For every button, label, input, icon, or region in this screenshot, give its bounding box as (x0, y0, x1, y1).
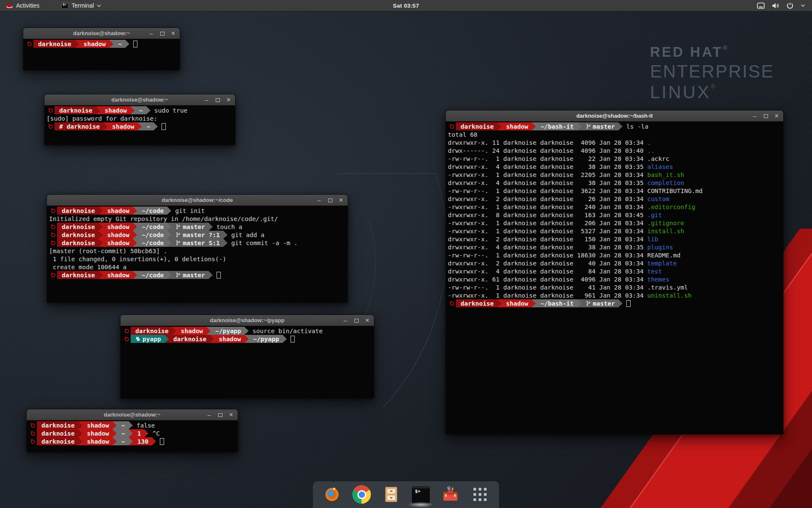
minimize-button[interactable] (343, 318, 348, 323)
terminal-content[interactable]: darknoiseshadow~falsedarknoiseshadow~1^C… (27, 420, 238, 452)
prompt-segment-host: shadow (107, 122, 137, 130)
terminal-line: darknoiseshadow~/codemastertouch a (49, 223, 348, 231)
minimize-button[interactable] (316, 197, 322, 203)
segment-separator (109, 40, 113, 48)
prompt-icon (49, 271, 57, 279)
window-titlebar[interactable]: darknoise@shadow:~/code (47, 195, 348, 206)
minimize-button[interactable] (204, 97, 209, 103)
power-icon[interactable] (787, 2, 793, 9)
segment-separator (99, 207, 103, 215)
redhat-branding: RED HAT® ENTERPRISE LINUX® (650, 45, 774, 101)
terminal-app-icon (61, 3, 69, 9)
terminal-cursor (291, 336, 295, 342)
window-title: darknoise@shadow:~ (73, 30, 130, 36)
terminal-content[interactable]: darknoiseshadow~/codegit initInitialized… (47, 206, 348, 303)
segment-label: darknoise (41, 430, 75, 437)
maximize-button[interactable] (763, 113, 768, 119)
terminal-content[interactable]: darknoiseshadow~sudo true[sudo] password… (44, 105, 235, 145)
close-button[interactable] (774, 113, 779, 119)
prompt-icon (49, 207, 57, 215)
prompt-segment-path: ~ (134, 106, 146, 114)
segment-separator (167, 239, 171, 247)
terminal-content[interactable]: darknoiseshadow~/bash-itmasterls -latota… (446, 121, 783, 434)
close-button[interactable] (365, 317, 370, 324)
terminal-cursor (217, 272, 221, 279)
prompt-segment-host: shadow (79, 40, 109, 48)
close-button[interactable] (170, 30, 176, 37)
maximize-button[interactable] (159, 30, 165, 36)
maximize-button[interactable] (354, 318, 359, 323)
prompt-segment-branch: master (171, 223, 208, 231)
branch-icon (586, 124, 590, 129)
close-button[interactable] (338, 197, 344, 204)
terminal-content[interactable]: darknoiseshadow~/pyappsource bin/activat… (121, 326, 374, 398)
window-title: darknoise@shadow:~/code (162, 197, 233, 203)
segment-separator (112, 421, 117, 429)
segment-label: ~/code (142, 224, 164, 230)
segment-separator (78, 421, 82, 429)
files-icon[interactable] (381, 485, 401, 504)
close-button[interactable] (226, 97, 231, 103)
firefox-icon[interactable] (322, 485, 342, 504)
maximize-button[interactable] (327, 197, 333, 203)
prompt-segment-user: darknoise (57, 223, 99, 231)
segment-separator (96, 106, 100, 114)
output-text: total 68 (448, 131, 477, 138)
window-titlebar[interactable]: darknoise@shadow:~ (44, 94, 235, 105)
segment-separator (154, 122, 158, 130)
minimize-button[interactable] (206, 412, 212, 418)
segment-separator (208, 223, 213, 231)
segment-label: shadow (87, 438, 109, 445)
segment-label: ~/code (142, 240, 164, 246)
terminal-line: darknoiseshadow~/bash-itmaster (448, 299, 783, 307)
screen-icon[interactable] (757, 3, 765, 9)
segment-label: ~ (118, 41, 122, 47)
prompt-segment-path: ~ (117, 437, 129, 445)
clock[interactable]: Sat 03:57 (393, 3, 419, 9)
prompt-segment-user: darknoise (37, 429, 78, 437)
terminal-line: darknoiseshadow~/pyappsource bin/activat… (123, 327, 374, 335)
terminal-icon[interactable] (411, 485, 431, 504)
segment-separator (146, 106, 151, 114)
prompt-icon (29, 421, 37, 429)
toolbox-icon[interactable] (441, 485, 460, 504)
app-menu[interactable]: Terminal (57, 0, 105, 11)
app-grid-icon[interactable] (470, 485, 490, 504)
output-text: -rw-rw-r--. 1 darknoise darknoise 41 Jan… (448, 284, 647, 291)
segment-separator (167, 231, 171, 239)
window-titlebar[interactable]: darknoise@shadow:~ (27, 409, 238, 420)
segment-label: shadow (107, 224, 129, 230)
segment-separator (208, 271, 213, 279)
output-text: drwxrwxr-x. 61 darknoise darknoise 4096 … (448, 276, 647, 283)
activities-button[interactable]: Activities (0, 0, 45, 11)
segment-separator (137, 122, 142, 130)
segment-separator (532, 299, 536, 307)
minimize-button[interactable] (752, 113, 757, 119)
volume-icon[interactable] (772, 3, 779, 9)
close-button[interactable] (228, 411, 234, 418)
chrome-icon[interactable] (352, 485, 371, 504)
command-text: false (137, 422, 155, 429)
output-text: drwxrwxr-x. 4 darknoise darknoise 38 Jan… (448, 244, 647, 251)
prompt-segment-path: ~/pyapp (249, 335, 283, 343)
window-titlebar[interactable]: darknoise@shadow:~/pyapp (121, 315, 374, 326)
segment-label: darknoise (135, 328, 169, 334)
maximize-button[interactable] (215, 97, 220, 103)
terminal-line: -rwxrwxr-x. 1 darknoise darknoise 2205 J… (448, 171, 783, 179)
window-titlebar[interactable]: darknoise@shadow:~ (23, 28, 180, 39)
brand-line-3: LINUX® (650, 83, 774, 101)
file-name-dir: lib (647, 236, 658, 243)
segment-label: ~ (121, 430, 125, 437)
terminal-line: -rw-rw-r--. 1 darknoise darknoise 3622 J… (448, 187, 783, 195)
segment-label: # darknoise (59, 123, 100, 130)
terminal-line: -rwxrwxr-x. 1 darknoise darknoise 240 Ja… (448, 203, 783, 211)
segment-label: 130 (137, 438, 148, 445)
window-titlebar[interactable]: darknoise@shadow:~/bash-it (446, 110, 783, 121)
segment-separator (99, 231, 103, 239)
window-title: darknoise@shadow:~ (111, 97, 168, 103)
minimize-button[interactable] (148, 30, 154, 36)
maximize-button[interactable] (217, 412, 223, 418)
chevron-down-icon[interactable] (801, 4, 805, 7)
terminal-content[interactable]: darknoiseshadow~ (23, 39, 180, 70)
output-text: .ackrc (647, 155, 669, 162)
